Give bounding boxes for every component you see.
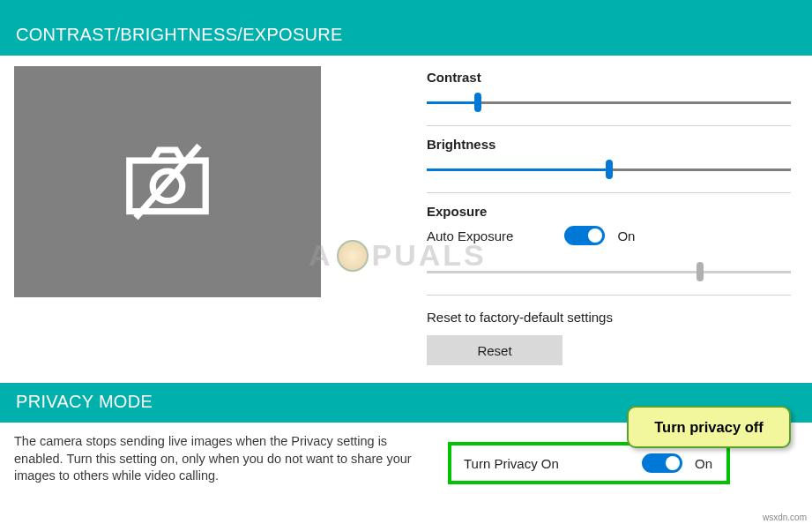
privacy-toggle[interactable]: [642, 453, 682, 473]
exposure-slider: [427, 261, 791, 282]
source-credit: wsxdn.com: [763, 513, 807, 522]
exposure-label: Exposure: [427, 204, 791, 219]
privacy-toggle-highlight: Turn Privacy On On: [448, 442, 730, 484]
exposure-group: Exposure Auto Exposure On: [427, 204, 791, 296]
annotation-callout: Turn privacy off: [627, 406, 791, 448]
brightness-label: Brightness: [427, 137, 791, 152]
controls-column: Contrast Brightness Exposure Auto Exposu…: [427, 66, 798, 365]
reset-button[interactable]: Reset: [427, 335, 562, 365]
reset-section: Reset to factory-default settings Reset: [427, 306, 791, 365]
contrast-group: Contrast: [427, 70, 791, 126]
auto-exposure-toggle[interactable]: [564, 226, 605, 245]
contrast-label: Contrast: [427, 70, 791, 85]
privacy-toggle-label: Turn Privacy On: [464, 456, 559, 471]
brightness-group: Brightness: [427, 137, 791, 193]
reset-text: Reset to factory-default settings: [427, 310, 791, 325]
contrast-section-body: Contrast Brightness Exposure Auto Exposu…: [0, 56, 812, 365]
auto-exposure-label: Auto Exposure: [427, 228, 513, 243]
no-camera-icon: [115, 129, 220, 235]
brightness-slider[interactable]: [427, 159, 791, 180]
camera-preview: [14, 66, 321, 297]
contrast-slider[interactable]: [427, 92, 791, 113]
privacy-toggle-state: On: [695, 456, 712, 471]
section-header-contrast: CONTRAST/BRIGHTNESS/EXPOSURE: [0, 16, 812, 56]
top-accent-bar: [0, 0, 812, 16]
privacy-description: The camera stops sending live images whe…: [14, 433, 420, 485]
auto-exposure-state: On: [617, 228, 635, 243]
svg-line-2: [136, 146, 199, 218]
